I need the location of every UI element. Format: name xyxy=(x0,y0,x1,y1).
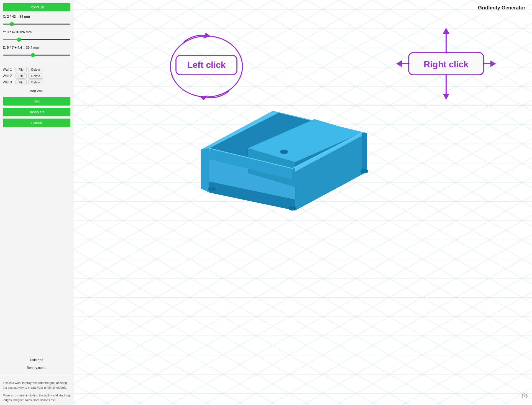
x-slider-container xyxy=(3,21,70,26)
svg-marker-35 xyxy=(362,133,367,172)
wall-1-flip-button[interactable]: Flip xyxy=(16,67,27,72)
viewport[interactable]: Gridfinity Generator Left click xyxy=(73,0,532,405)
divider-1 xyxy=(3,62,70,62)
svg-text:Right click: Right click xyxy=(424,59,469,69)
wall-3-delete-button[interactable]: Delete xyxy=(28,80,43,85)
wall-3-flip-button[interactable]: Flip xyxy=(16,80,27,85)
wall-3-label: Wall 3 xyxy=(3,80,14,84)
hide-grid-button[interactable]: Hide grid xyxy=(3,357,70,363)
y-slider-container xyxy=(3,36,70,41)
cutout-button[interactable]: Cutout xyxy=(3,119,70,127)
wall-row-2: Wall 2 Flip Delete xyxy=(3,73,70,79)
info-text-1: This is a work in progress with the goal… xyxy=(3,381,70,390)
x-slider[interactable] xyxy=(3,24,70,25)
wall-row-1: Wall 1 Flip Delete xyxy=(3,67,70,72)
export-button[interactable]: Export .stl xyxy=(3,3,70,11)
svg-marker-34 xyxy=(201,148,209,193)
add-wall-button[interactable]: Add Wall xyxy=(3,88,70,95)
gear-icon[interactable] xyxy=(521,393,528,401)
sidebar: Export .stl X: 2 * 42 = 84 mm Y: 3 * 42 … xyxy=(0,0,73,405)
z-dimension-label: Z: 5 * 7 + 4.4 = 39.4 mm xyxy=(3,46,70,50)
svg-point-39 xyxy=(360,169,368,173)
wall-2-flip-button[interactable]: Flip xyxy=(16,73,27,79)
info-text-2: More is to come, including the ability a… xyxy=(3,393,70,402)
svg-point-38 xyxy=(288,206,296,211)
walls-container: Wall 1 Flip Delete Wall 2 Flip Delete Wa… xyxy=(3,66,70,86)
svg-point-40 xyxy=(280,150,288,154)
x-dimension-label: X: 2 * 42 = 84 mm xyxy=(3,15,70,19)
right-click-annotation: Right click xyxy=(396,28,496,100)
svg-text:Left click: Left click xyxy=(187,60,226,70)
wall-row-3: Wall 3 Flip Delete xyxy=(3,80,70,85)
wall-1-label: Wall 1 xyxy=(3,68,14,71)
divider-2 xyxy=(3,375,70,375)
wall-2-label: Wall 2 xyxy=(3,74,14,78)
y-slider[interactable] xyxy=(3,39,70,40)
z-slider-container xyxy=(3,52,70,57)
y-dimension-label: Y: 3 * 42 = 126 mm xyxy=(3,30,70,34)
app-title: Gridfinity Generator xyxy=(478,5,525,11)
baseplate-button[interactable]: Baseplate xyxy=(3,108,70,116)
left-click-annotation: Left click xyxy=(159,28,254,100)
3d-box xyxy=(173,94,395,211)
wall-2-delete-button[interactable]: Delete xyxy=(28,73,43,79)
beauty-mode-button[interactable]: Beauty mode xyxy=(3,365,70,371)
svg-point-37 xyxy=(208,187,216,191)
z-slider[interactable] xyxy=(3,55,70,56)
wall-1-delete-button[interactable]: Delete xyxy=(28,67,43,72)
box-button[interactable]: Box xyxy=(3,97,70,106)
